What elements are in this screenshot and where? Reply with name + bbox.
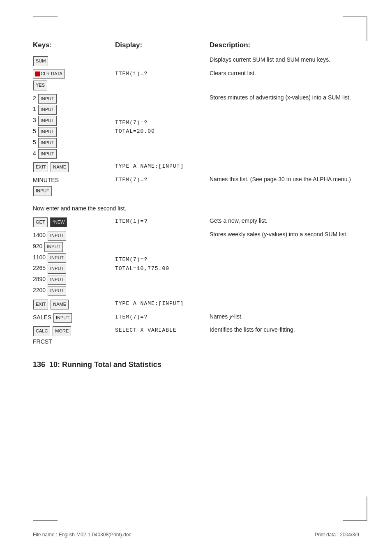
- desc-cell: Stores minutes of advertising (x-values)…: [210, 92, 359, 161]
- desc-header: Description:: [210, 41, 359, 54]
- table-row: 1400 INPUT 920 INPUT 1100 INPUT 2265 INP…: [33, 229, 359, 298]
- name-key[interactable]: NAME: [51, 300, 69, 309]
- keys-cell: 1400 INPUT 920 INPUT 1100 INPUT 2265 INP…: [33, 229, 115, 298]
- display-text: ITEM(7)=?: [115, 256, 148, 263]
- input-key[interactable]: INPUT: [53, 313, 72, 323]
- key-line: SUM: [33, 55, 107, 67]
- input-key[interactable]: INPUT: [38, 105, 57, 115]
- input-key[interactable]: INPUT: [33, 186, 52, 196]
- key-line: EXIT NAME: [33, 299, 107, 310]
- input-key[interactable]: INPUT: [38, 127, 57, 137]
- key-line: 1 INPUT: [33, 104, 107, 115]
- right-border-top: [367, 16, 367, 41]
- input-key[interactable]: INPUT: [38, 94, 57, 104]
- keys-cell: 2 INPUT 1 INPUT 3 INPUT 5 INPUT 5 INPUT …: [33, 92, 115, 161]
- desc-cell: Names y-list.: [210, 311, 359, 325]
- display-text: TYPE A NAME:[INPUT]: [115, 163, 184, 169]
- input-key[interactable]: INPUT: [38, 116, 57, 126]
- input-key[interactable]: INPUT: [48, 253, 66, 263]
- display-cell: [115, 54, 210, 68]
- key-line: 2890 INPUT: [33, 274, 107, 285]
- chapter-number: 136: [33, 360, 45, 369]
- key-line: 2 INPUT: [33, 93, 107, 104]
- display-cell: TYPE A NAME:[INPUT]: [115, 298, 210, 311]
- display-cell: ITEM(7)=?: [115, 174, 210, 198]
- table-row: CALC MORE FRCST SELECT X VARIABLE Identi…: [33, 324, 359, 348]
- footer-filename: File name : English-M02-1-040308(Print).…: [33, 532, 131, 538]
- keys-cell: EXIT NAME: [33, 160, 115, 174]
- desc-cell: Clears current list.: [210, 68, 359, 92]
- display-text: ITEM(1)=?: [115, 218, 148, 224]
- key-line: 2265 INPUT: [33, 263, 107, 274]
- key-line: 2200 INPUT: [33, 285, 107, 296]
- input-key[interactable]: INPUT: [48, 231, 66, 241]
- more-key[interactable]: MORE: [53, 326, 71, 336]
- table-row: CLR DATA YES ITEM(1)=? Clears current li…: [33, 68, 359, 92]
- display-text: ITEM(7)=?: [115, 314, 148, 320]
- exit-key[interactable]: EXIT: [33, 300, 48, 309]
- right-border-bottom: [367, 496, 367, 521]
- sum-key[interactable]: SUM: [33, 56, 48, 66]
- key-line: 5 INPUT: [33, 126, 107, 137]
- display-text: SELECT X VARIABLE: [115, 327, 177, 333]
- display-cell: ITEM(1)=?: [115, 215, 210, 229]
- display-text: TOTAL=10,775.00: [115, 265, 169, 272]
- key-line: YES: [33, 80, 107, 91]
- desc-cell: Gets a new, empty list.: [210, 215, 359, 229]
- table-row: EXIT NAME TYPE A NAME:[INPUT]: [33, 298, 359, 311]
- key-line: 5 INPUT: [33, 137, 107, 148]
- display-text: ITEM(7)=?: [115, 177, 148, 183]
- keys-cell: SALES INPUT: [33, 311, 115, 325]
- keys-cell: MINUTES INPUT: [33, 174, 115, 198]
- desc-cell: Identifies the lists for curve-fitting.: [210, 324, 359, 348]
- input-key[interactable]: INPUT: [48, 286, 66, 296]
- key-line: 920 INPUT: [33, 241, 107, 252]
- page: Keys: Display: Description: SUM Displays…: [0, 0, 392, 554]
- calc-key[interactable]: CALC: [33, 326, 50, 336]
- input-key[interactable]: INPUT: [48, 275, 66, 285]
- display-text: ITEM(7)=?: [115, 120, 148, 126]
- input-key[interactable]: INPUT: [38, 149, 57, 159]
- display-cell: SELECT X VARIABLE: [115, 324, 210, 348]
- display-cell: ITEM(7)=?: [115, 311, 210, 325]
- table-row: SUM Displays current SUM list and SUM me…: [33, 54, 359, 68]
- table-row: 2 INPUT 1 INPUT 3 INPUT 5 INPUT 5 INPUT …: [33, 92, 359, 161]
- top-border-right: [343, 16, 367, 17]
- input-key[interactable]: INPUT: [38, 138, 57, 148]
- display-cell: TYPE A NAME:[INPUT]: [115, 160, 210, 174]
- key-line: EXIT NAME: [33, 162, 107, 173]
- chapter-heading: 136 10: Running Total and Statistics: [33, 360, 359, 369]
- name-key[interactable]: NAME: [51, 162, 69, 172]
- keys-header: Keys:: [33, 41, 115, 54]
- keys-cell: GET *NEW: [33, 215, 115, 229]
- footer: File name : English-M02-1-040308(Print).…: [33, 532, 359, 538]
- key-line: FRCST: [33, 337, 107, 347]
- key-line: 1400 INPUT: [33, 230, 107, 241]
- top-border-left: [33, 16, 58, 17]
- desc-cell: Stores weekly sales (y-values) into a se…: [210, 229, 359, 298]
- table-row: MINUTES INPUT ITEM(7)=? Names this list.…: [33, 174, 359, 198]
- display-text: ITEM(1)=?: [115, 71, 148, 77]
- yes-key[interactable]: YES: [33, 81, 47, 90]
- key-line: INPUT: [33, 185, 107, 196]
- input-key[interactable]: INPUT: [44, 242, 63, 252]
- display-text: TYPE A NAME:[INPUT]: [115, 300, 184, 307]
- keys-cell: CALC MORE FRCST: [33, 324, 115, 348]
- bottom-border-left: [33, 520, 58, 521]
- input-key[interactable]: INPUT: [48, 264, 66, 274]
- frcst-label: FRCST: [33, 338, 52, 345]
- get-key[interactable]: GET: [33, 217, 48, 227]
- display-text: TOTAL=20.00: [115, 128, 155, 134]
- desc-cell: Displays current SUM list and SUM menu k…: [210, 54, 359, 68]
- table-row: GET *NEW ITEM(1)=? Gets a new, empty lis…: [33, 215, 359, 229]
- chapter-title: 10: Running Total and Statistics: [49, 360, 161, 369]
- display-cell: ITEM(7)=? TOTAL=10,775.00: [115, 229, 210, 298]
- exit-key[interactable]: EXIT: [33, 162, 48, 172]
- new-key[interactable]: *NEW: [50, 217, 67, 227]
- keys-cell: EXIT NAME: [33, 298, 115, 311]
- sales-label: SALES: [33, 314, 53, 321]
- key-line: CALC MORE: [33, 325, 107, 337]
- key-line: CLR DATA: [33, 69, 107, 80]
- clr-data-key[interactable]: CLR DATA: [33, 69, 65, 79]
- desc-cell: [210, 298, 359, 311]
